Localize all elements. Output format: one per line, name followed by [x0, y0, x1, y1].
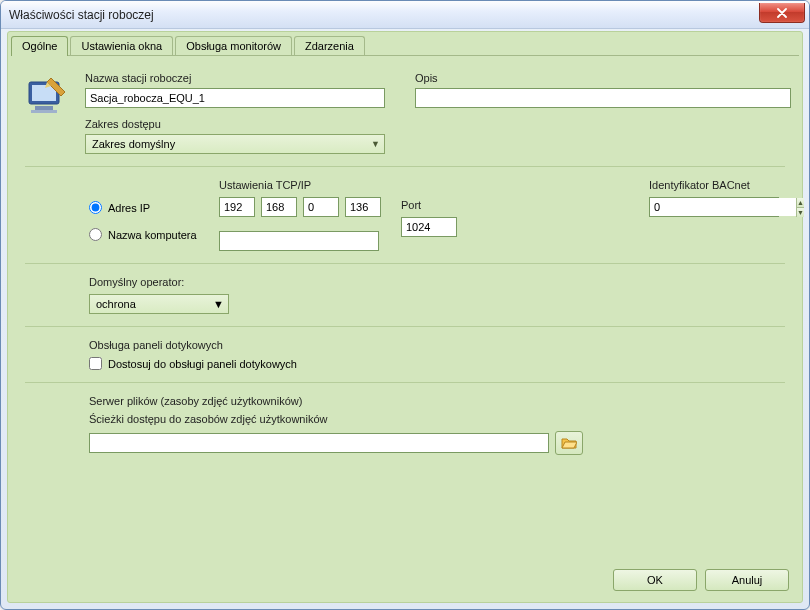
radio-hostname-label: Nazwa komputera — [108, 229, 197, 241]
radio-ip-input[interactable] — [89, 201, 102, 214]
fileserver-path-input[interactable] — [89, 433, 549, 453]
chevron-down-icon: ▼ — [371, 139, 380, 149]
close-button[interactable] — [759, 3, 805, 23]
divider — [25, 166, 785, 167]
divider — [25, 326, 785, 327]
bacnet-label: Identyfikator BACnet — [649, 179, 779, 191]
tab-events[interactable]: Zdarzenia — [294, 36, 365, 56]
touch-checkbox-label: Dostosuj do obsługi paneli dotykowych — [108, 358, 297, 370]
radio-ip-label: Adres IP — [108, 202, 150, 214]
fileserver-header: Serwer plików (zasoby zdjęć użytkowników… — [89, 395, 302, 407]
svg-rect-2 — [35, 106, 53, 110]
radio-hostname[interactable]: Nazwa komputera — [89, 228, 219, 241]
radio-ip[interactable]: Adres IP — [89, 201, 219, 214]
fileserver-path-label: Ścieżki dostępu do zasobów zdjęć użytkow… — [89, 413, 327, 425]
workstation-icon — [25, 72, 69, 120]
tabpanel-general: Nazwa stacji roboczej Zakres dostępu Zak… — [11, 55, 799, 599]
chevron-down-icon: ▼ — [213, 298, 224, 310]
spinner-up-icon[interactable]: ▲ — [797, 198, 804, 208]
divider — [25, 263, 785, 264]
divider — [25, 382, 785, 383]
ip-octet-2[interactable] — [261, 197, 297, 217]
ip-octet-1[interactable] — [219, 197, 255, 217]
tab-monitors[interactable]: Obsługa monitorów — [175, 36, 292, 56]
ip-octet-4[interactable] — [345, 197, 381, 217]
desc-input[interactable] — [415, 88, 791, 108]
touch-header: Obsługa paneli dotykowych — [89, 339, 223, 351]
spinner-down-icon[interactable]: ▼ — [797, 208, 804, 217]
operator-value: ochrona — [96, 298, 136, 310]
tcp-label: Ustawienia TCP/IP — [219, 179, 381, 191]
bacnet-spinner[interactable]: ▲ ▼ — [649, 197, 779, 217]
name-label: Nazwa stacji roboczej — [85, 72, 385, 84]
scope-label: Zakres dostępu — [85, 118, 385, 130]
tabstrip: Ogólne Ustawienia okna Obsługa monitorów… — [8, 32, 802, 55]
dialog-body: Ogólne Ustawienia okna Obsługa monitorów… — [7, 31, 803, 603]
dialog-window: Właściwości stacji roboczej Ogólne Ustaw… — [0, 0, 810, 610]
titlebar: Właściwości stacji roboczej — [1, 1, 809, 29]
close-icon — [777, 8, 787, 18]
tab-window-settings[interactable]: Ustawienia okna — [70, 36, 173, 56]
touch-checkbox-row[interactable]: Dostosuj do obsługi paneli dotykowych — [89, 357, 779, 370]
desc-label: Opis — [415, 72, 791, 84]
port-label: Port — [401, 199, 457, 211]
scope-value: Zakres domyślny — [92, 138, 175, 150]
name-input[interactable] — [85, 88, 385, 108]
ip-octet-3[interactable] — [303, 197, 339, 217]
folder-icon — [561, 436, 577, 450]
hostname-input[interactable] — [219, 231, 379, 251]
port-input[interactable] — [401, 217, 457, 237]
radio-hostname-input[interactable] — [89, 228, 102, 241]
svg-rect-3 — [31, 110, 57, 113]
bacnet-value[interactable] — [650, 198, 796, 216]
operator-select[interactable]: ochrona ▼ — [89, 294, 229, 314]
scope-select[interactable]: Zakres domyślny ▼ — [85, 134, 385, 154]
cancel-button[interactable]: Anuluj — [705, 569, 789, 591]
operator-label: Domyślny operator: — [89, 276, 184, 288]
tab-general[interactable]: Ogólne — [11, 36, 68, 56]
browse-button[interactable] — [555, 431, 583, 455]
ok-button[interactable]: OK — [613, 569, 697, 591]
window-title: Właściwości stacji roboczej — [9, 8, 154, 22]
touch-checkbox[interactable] — [89, 357, 102, 370]
